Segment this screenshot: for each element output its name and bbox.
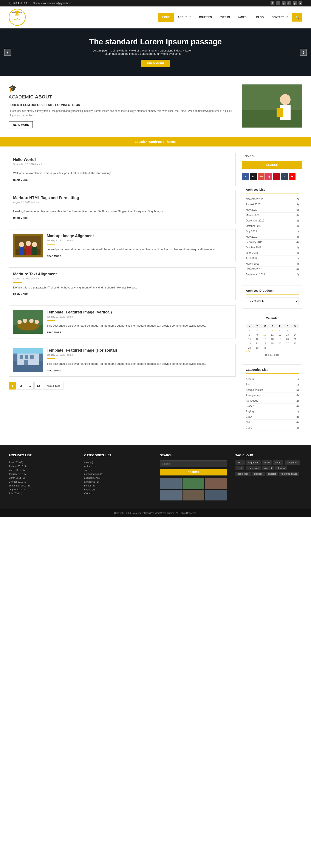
footer-arch-2[interactable]: January 2013 (5) bbox=[9, 464, 75, 468]
social-gplus[interactable]: G+ bbox=[257, 173, 265, 180]
archive-may-2020[interactable]: May 2020(5) bbox=[246, 207, 299, 213]
footer-search-button[interactable]: SEARCH bbox=[160, 469, 227, 475]
archives-dropdown-select[interactable]: Select Month bbox=[246, 298, 299, 305]
cal-3[interactable]: 3 bbox=[261, 328, 268, 333]
footer-cat-7[interactable]: border (2) bbox=[84, 484, 151, 488]
cat-sub[interactable]: Sub(1) bbox=[246, 382, 299, 388]
calendar-prev[interactable]: « Sep bbox=[246, 350, 252, 352]
tag-8bit[interactable]: 8BIT bbox=[236, 460, 245, 465]
archive-jun-2019[interactable]: June 2019(4) bbox=[246, 250, 299, 256]
nav-home[interactable]: HOME bbox=[159, 13, 174, 22]
footer-cat-9[interactable]: Cat A (1) bbox=[84, 491, 151, 495]
cal-5[interactable]: 5 bbox=[276, 328, 284, 333]
archive-nov-2020[interactable]: November 2020(2) bbox=[246, 196, 299, 202]
cat-b[interactable]: Cat B(4) bbox=[246, 420, 299, 425]
social-instagram[interactable]: ig bbox=[265, 173, 272, 180]
tag-edge-case[interactable]: edge case bbox=[236, 472, 251, 476]
footer-cat-8[interactable]: buying (3) bbox=[84, 488, 151, 491]
post-1-read-more[interactable]: READ MORE bbox=[13, 179, 28, 181]
footer-arch-3[interactable]: March 2012 (5) bbox=[9, 468, 75, 472]
archive-mar-2020[interactable]: March 2020(6) bbox=[246, 213, 299, 218]
social-youtube[interactable]: ▶ bbox=[288, 173, 296, 180]
nav-search-button[interactable]: 🔍 bbox=[292, 13, 302, 22]
tag-categories[interactable]: categories bbox=[284, 460, 300, 465]
footer-cat-1[interactable]: aaaa (4) bbox=[84, 460, 151, 464]
cal-2[interactable]: 2 bbox=[253, 328, 261, 333]
archive-aug-2020[interactable]: August 2020(3) bbox=[246, 202, 299, 207]
page-2-button[interactable]: 2 bbox=[17, 382, 25, 390]
archive-apr-2019[interactable]: April 2019(1) bbox=[246, 256, 299, 261]
social-pinterest[interactable]: p bbox=[273, 173, 280, 180]
post-4-read-more[interactable]: READ MORE bbox=[13, 293, 28, 296]
footer-cat-2[interactable]: aciform (1) bbox=[84, 464, 151, 468]
page-12-button[interactable]: 12 bbox=[34, 382, 42, 390]
cal-4[interactable]: 4 bbox=[268, 328, 276, 333]
tag-audio[interactable]: audio bbox=[273, 460, 283, 465]
footer-cat-4[interactable]: antiquarianism (1) bbox=[84, 472, 151, 476]
post-2-read-more[interactable]: READ MORE bbox=[13, 217, 28, 219]
tag-aside[interactable]: aside bbox=[262, 460, 272, 465]
archive-dec-2019[interactable]: December 2019(2) bbox=[246, 218, 299, 223]
instagram-icon[interactable]: ig bbox=[282, 1, 286, 5]
social-tumblr[interactable]: t bbox=[281, 173, 288, 180]
pinterest-icon[interactable]: p bbox=[293, 1, 297, 5]
cat-c[interactable]: Cat C(2) bbox=[246, 425, 299, 430]
tag-alignment[interactable]: alignment bbox=[246, 460, 261, 465]
sidebar-search-button[interactable]: SEARCH bbox=[242, 161, 302, 169]
nav-pages[interactable]: PAGES ▾ bbox=[234, 13, 252, 22]
about-read-more-button[interactable]: READ MORE bbox=[9, 121, 33, 128]
hero-read-more-button[interactable]: READ MORE bbox=[141, 60, 170, 67]
footer-cat-5[interactable]: arrangement (1) bbox=[84, 476, 151, 480]
footer-arch-1[interactable]: June 2019 (5) bbox=[9, 460, 75, 464]
next-page-button[interactable]: Next Page bbox=[43, 382, 64, 390]
tag-comments[interactable]: comments bbox=[246, 466, 261, 470]
archive-mar-2019[interactable]: March 2019(3) bbox=[246, 261, 299, 267]
post-3-read-more[interactable]: READ MORE bbox=[47, 255, 61, 257]
cat-broder[interactable]: Broder(4) bbox=[246, 404, 299, 409]
footer-arch-5[interactable]: March 2011 (1) bbox=[9, 476, 75, 480]
footer-arch-7[interactable]: September 2010 (2) bbox=[9, 484, 75, 488]
archive-jul-2019[interactable]: July 2019(1) bbox=[246, 229, 299, 234]
archive-oct-2019[interactable]: October 2019(4) bbox=[246, 223, 299, 229]
cat-asmodeus[interactable]: Asmodeus(2) bbox=[246, 398, 299, 404]
tag-chat[interactable]: chat bbox=[236, 466, 244, 470]
tag-featured-image[interactable]: featured image bbox=[279, 472, 299, 476]
sidebar-search-input[interactable] bbox=[242, 153, 302, 160]
post-5-read-more[interactable]: READ MORE bbox=[47, 331, 61, 334]
cat-a[interactable]: Cat A(3) bbox=[246, 414, 299, 420]
archive-sep-2018[interactable]: September 2018(2) bbox=[246, 272, 299, 277]
tag-dowork[interactable]: dowork bbox=[275, 466, 287, 470]
archive-oct-2019b[interactable]: October 2019(2) bbox=[246, 245, 299, 250]
hero-prev-arrow[interactable]: ❮ bbox=[4, 49, 11, 56]
nav-about[interactable]: ABOUT US bbox=[174, 13, 195, 22]
nav-courses[interactable]: COURSES bbox=[195, 13, 216, 22]
footer-cat-6[interactable]: asmodeus (1) bbox=[84, 480, 151, 484]
hero-next-arrow[interactable]: ❯ bbox=[300, 49, 307, 56]
archive-feb-2019[interactable]: February 2019(4) bbox=[246, 240, 299, 245]
linkedin-icon[interactable]: in bbox=[287, 1, 291, 5]
footer-cat-3[interactable]: sub (1) bbox=[84, 468, 151, 472]
cal-10[interactable]: 10 bbox=[261, 333, 268, 337]
archive-may-2019[interactable]: May 2019(3) bbox=[246, 234, 299, 240]
post-6-read-more[interactable]: READ MORE bbox=[47, 369, 61, 372]
cat-buying[interactable]: Buying(1) bbox=[246, 409, 299, 414]
social-facebook[interactable]: f bbox=[242, 173, 249, 180]
footer-arch-9[interactable]: July 2010 (1) bbox=[9, 491, 75, 495]
cal-1[interactable]: 1 bbox=[246, 328, 253, 333]
cat-arrangement[interactable]: Arrangement(6) bbox=[246, 393, 299, 398]
cat-antiquarianism[interactable]: Antiquarianism(5) bbox=[246, 388, 299, 393]
tag-excerpt[interactable]: excerpt bbox=[266, 472, 278, 476]
facebook-icon[interactable]: f bbox=[271, 1, 274, 5]
footer-arch-6[interactable]: October 2010 (1) bbox=[9, 480, 75, 484]
tag-content[interactable]: content bbox=[262, 466, 274, 470]
twitter-icon[interactable]: t bbox=[276, 1, 280, 5]
cat-aciform[interactable]: Aciform(1) bbox=[246, 377, 299, 382]
nav-contact[interactable]: CONTACT US bbox=[268, 13, 292, 22]
archive-dec-2018[interactable]: December 2018(4) bbox=[246, 267, 299, 272]
footer-arch-4[interactable]: January 2012 (5) bbox=[9, 472, 75, 476]
social-rss[interactable]: in bbox=[250, 173, 257, 180]
page-1-button[interactable]: 1 bbox=[9, 382, 16, 390]
footer-search-input[interactable] bbox=[160, 460, 227, 467]
youtube-icon[interactable]: ▶ bbox=[299, 1, 302, 5]
tag-embeds[interactable]: embeds bbox=[252, 472, 265, 476]
